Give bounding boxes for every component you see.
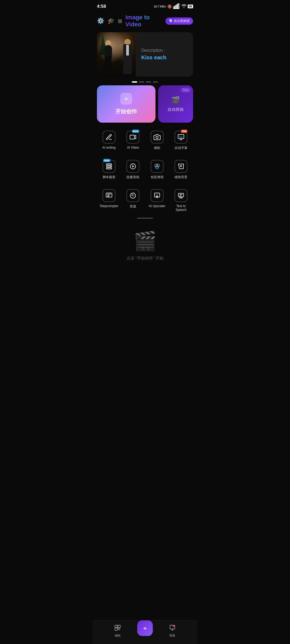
wifi-icon: [182, 4, 186, 9]
header: ⚙️ 🎓 ⊞ Image to Video 💎 俱乐部精英: [93, 12, 197, 30]
svg-rect-11: [106, 166, 112, 167]
svg-rect-0: [173, 7, 174, 9]
svg-line-13: [110, 165, 111, 168]
batch-edit-item[interactable]: 批量剪辑: [121, 156, 145, 183]
hero-card[interactable]: Description : Kiss each: [97, 32, 193, 76]
graduation-icon[interactable]: 🎓: [107, 17, 115, 24]
ai-upscaler-item[interactable]: AI✦ AI Upscaler: [145, 185, 169, 215]
color-boost-icon: [151, 160, 164, 173]
beta-badge: Beta: [181, 88, 190, 92]
svg-point-17: [157, 164, 160, 167]
status-time: 4:58: [97, 4, 106, 9]
camera-icon: [151, 131, 164, 144]
svg-rect-3: [178, 4, 179, 9]
mute-icon: 🔕: [167, 4, 172, 9]
new-badge2: New: [103, 159, 111, 162]
grid-row-3: Teleprompter 变速 AI✦: [97, 185, 193, 215]
script-cut-label: 脚本裁剪: [103, 175, 115, 180]
hero-description-value: Kiss each: [141, 54, 188, 61]
feature-grid: AI AI writing New AI AI Video: [93, 127, 197, 215]
hero-image: [97, 32, 136, 76]
remove-bg-item[interactable]: 移除背景: [169, 156, 193, 183]
svg-marker-15: [132, 165, 134, 168]
start-create-button[interactable]: + 开始创作: [97, 85, 155, 123]
batch-edit-label: 批量剪辑: [126, 175, 139, 180]
remove-bg-label: 移除背景: [175, 175, 187, 180]
ai-video-item[interactable]: New AI AI Video: [121, 127, 145, 154]
settings-icon[interactable]: ⚙️: [97, 17, 104, 24]
carousel-dots: [93, 79, 197, 85]
svg-text:AI: AI: [182, 137, 183, 138]
ai-upscaler-label: AI Upscaler: [149, 204, 165, 208]
battery-indicator: 59: [188, 5, 193, 8]
teleprompter-label: Teleprompter: [100, 204, 118, 208]
subtitle-icon: Hot AI: [175, 131, 187, 144]
clapper-icon: 🎬: [133, 230, 157, 252]
crown-icon: 💎: [169, 19, 173, 23]
svg-rect-2: [176, 5, 177, 9]
camera-item[interactable]: 相机: [145, 127, 169, 154]
scroll-indicator: [93, 218, 197, 219]
grid-row-2: New 脚本裁剪 批量剪辑: [97, 156, 193, 183]
speed-label: 变速: [130, 204, 136, 209]
auto-edit-icon: 🎬: [171, 96, 180, 104]
tts-label: Text to Speech: [171, 204, 191, 212]
hero-text: Description : Kiss each: [136, 44, 193, 65]
script-cut-icon: New: [103, 160, 115, 173]
ai-writing-item[interactable]: AI AI writing: [97, 127, 121, 154]
main-action-buttons: + 开始创作 Beta 🎬 自动剪辑: [93, 85, 197, 123]
club-badge[interactable]: 💎 俱乐部精英: [165, 17, 193, 25]
network-speed: 10.7 KB/s: [154, 5, 166, 8]
svg-rect-1: [175, 6, 176, 9]
dot-4[interactable]: [153, 81, 158, 83]
new-badge: New: [132, 130, 140, 133]
batch-edit-icon: [126, 160, 139, 173]
plus-icon: +: [120, 93, 132, 105]
svg-text:AI✦: AI✦: [155, 194, 159, 196]
dot-3[interactable]: [146, 81, 151, 83]
grid-row-1: AI AI writing New AI AI Video: [97, 127, 193, 154]
empty-state: 🎬 点击 "开始创作" 开始: [93, 222, 197, 272]
speed-icon: [126, 189, 139, 202]
teleprompter-icon: [103, 189, 115, 202]
ai-writing-label: AI writing: [102, 146, 115, 149]
color-boost-label: 色彩增强: [151, 175, 164, 180]
subtitle-label: 自动字幕: [175, 146, 187, 150]
ai-writing-icon: AI: [103, 131, 115, 144]
status-right: 10.7 KB/s 🔕 59: [154, 3, 193, 10]
svg-point-18: [155, 166, 158, 169]
script-cut-item[interactable]: New 脚本裁剪: [97, 156, 121, 183]
svg-rect-12: [106, 168, 112, 169]
remove-bg-icon: [175, 160, 187, 173]
svg-text:AI: AI: [110, 138, 111, 140]
grid-icon[interactable]: ⊞: [118, 18, 122, 24]
page-title: Image to Video: [125, 14, 162, 28]
ai-video-label: AI Video: [127, 146, 139, 149]
signal-icon: [173, 3, 180, 10]
ai-upscaler-icon: AI✦: [151, 189, 164, 202]
teleprompter-item[interactable]: Teleprompter: [97, 185, 121, 215]
scroll-bar: [137, 218, 153, 219]
ai-video-icon: New AI: [126, 131, 139, 144]
camera-label: 相机: [154, 146, 160, 150]
svg-point-7: [156, 136, 158, 139]
dot-1[interactable]: [132, 81, 137, 83]
color-boost-item[interactable]: 色彩增强: [145, 156, 169, 183]
hero-description-label: Description :: [141, 48, 188, 53]
tts-item[interactable]: Text to Speech: [169, 185, 193, 215]
subtitle-item[interactable]: Hot AI 自动字幕: [169, 127, 193, 154]
club-label: 俱乐部精英: [174, 19, 190, 23]
svg-rect-23: [179, 193, 184, 197]
svg-rect-10: [106, 164, 112, 165]
status-bar: 4:58 10.7 KB/s 🔕 59: [93, 0, 197, 12]
tts-icon: [175, 189, 187, 202]
auto-edit-button[interactable]: Beta 🎬 自动剪辑: [158, 85, 193, 123]
svg-text:AI: AI: [131, 138, 132, 140]
dot-2[interactable]: [139, 81, 144, 83]
start-create-label: 开始创作: [115, 108, 137, 115]
empty-text: 点击 "开始创作" 开始: [126, 256, 164, 261]
hot-badge: Hot: [181, 130, 187, 133]
auto-edit-label: 自动剪辑: [168, 107, 184, 112]
speed-item[interactable]: 变速: [121, 185, 145, 215]
